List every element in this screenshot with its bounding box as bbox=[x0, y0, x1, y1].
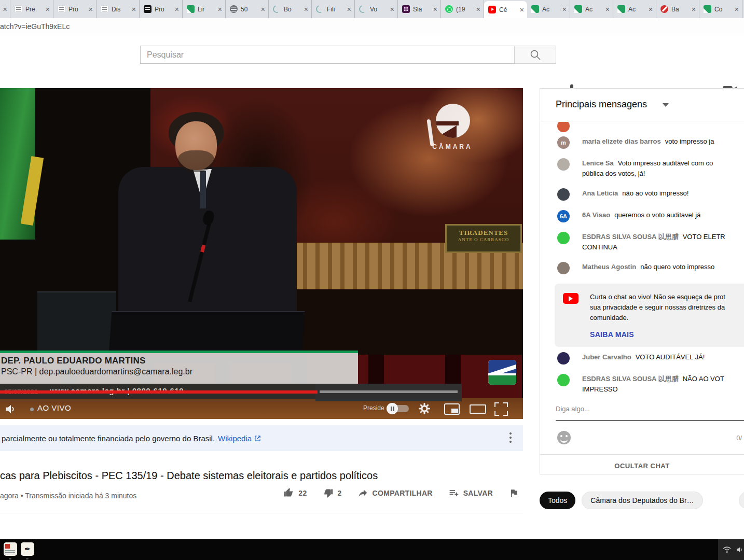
chat-header[interactable]: Principais mensagens bbox=[540, 89, 744, 121]
wikipedia-link[interactable]: Wikipedia bbox=[218, 434, 252, 443]
hide-chat-button[interactable]: OCULTAR CHAT bbox=[540, 462, 744, 470]
chip-todos[interactable]: Todos bbox=[540, 492, 575, 509]
chat-text: não ao voto impresso! bbox=[622, 189, 688, 197]
chip-channel[interactable]: Câmara dos Deputados do Br… bbox=[582, 492, 702, 509]
close-icon[interactable]: × bbox=[46, 6, 50, 13]
close-icon[interactable]: × bbox=[3, 6, 7, 13]
learn-more-link[interactable]: SAIBA MAIS bbox=[590, 330, 725, 339]
search-input[interactable] bbox=[141, 46, 514, 63]
chat-input[interactable] bbox=[556, 405, 727, 413]
chat-message-list[interactable]: m maria elizete dias barrosvoto impresso… bbox=[540, 122, 744, 395]
browser-tab[interactable]: 50× bbox=[226, 0, 269, 18]
tv-camara-logo bbox=[488, 360, 516, 385]
browser-tab[interactable]: Bo× bbox=[269, 0, 312, 18]
chat-author[interactable]: maria elizete dias barros bbox=[582, 137, 661, 145]
browser-tab[interactable]: Pro× bbox=[53, 0, 97, 18]
chat-author[interactable]: Matheus Agostin bbox=[582, 263, 636, 271]
seek-bar-remaining[interactable] bbox=[315, 384, 462, 401]
close-icon[interactable]: × bbox=[692, 6, 696, 13]
chat-author[interactable]: ESDRAS SILVA SOUSA 以思腊 bbox=[582, 233, 679, 241]
chat-author[interactable]: 6A Visao bbox=[582, 211, 610, 219]
chat-filter-label[interactable]: Principais mensagens bbox=[556, 99, 647, 110]
browser-tab[interactable]: Co× bbox=[699, 0, 742, 18]
live-label[interactable]: AO VIVO bbox=[37, 403, 71, 412]
chat-author[interactable]: Lenice Sa bbox=[582, 159, 614, 167]
close-icon[interactable]: × bbox=[304, 6, 308, 13]
search-button[interactable] bbox=[514, 46, 556, 64]
avatar bbox=[557, 158, 570, 171]
speaker-tie bbox=[200, 171, 206, 208]
share-button[interactable]: COMPARTILHAR bbox=[357, 487, 433, 498]
gear-icon bbox=[418, 402, 431, 415]
close-icon[interactable]: × bbox=[520, 6, 524, 13]
browser-tab[interactable]: Dis× bbox=[97, 0, 140, 18]
info-banner-text: parcialmente ou totalmente financiada pe… bbox=[2, 434, 215, 443]
plaque-subtitle: ANTE O CARRASCO bbox=[447, 237, 520, 242]
close-icon[interactable]: × bbox=[89, 6, 93, 13]
close-icon[interactable]: × bbox=[562, 6, 567, 13]
autoplay-toggle-knob[interactable] bbox=[387, 403, 398, 414]
browser-tab[interactable]: Ba× bbox=[656, 0, 699, 18]
avatar: 6A bbox=[557, 210, 570, 222]
dislike-button[interactable]: 2 bbox=[323, 487, 342, 498]
speaker-party-email: PSC-PR | dep.pauloeduardomartins@camara.… bbox=[1, 367, 354, 376]
document-app-icon[interactable] bbox=[4, 542, 17, 556]
video-player[interactable]: TIRADENTES ANTE O CARRASCO CÂMARA DEP. P… bbox=[0, 88, 523, 419]
close-icon[interactable]: × bbox=[261, 6, 265, 13]
browser-tab[interactable]: Lir× bbox=[183, 0, 226, 18]
flag-icon bbox=[508, 488, 519, 498]
emoji-icon[interactable] bbox=[557, 431, 571, 444]
close-icon[interactable]: × bbox=[347, 6, 351, 13]
close-icon[interactable]: × bbox=[605, 6, 610, 13]
browser-tab[interactable]: Sla× bbox=[398, 0, 441, 18]
chat-author[interactable]: Ana Leticia bbox=[582, 189, 618, 197]
close-icon[interactable]: × bbox=[476, 6, 480, 13]
close-icon[interactable]: × bbox=[649, 6, 653, 13]
tab-title: Ac bbox=[542, 6, 559, 13]
browser-tab[interactable]: Ac× bbox=[527, 0, 570, 18]
share-arrow-icon bbox=[357, 487, 368, 498]
search-box[interactable] bbox=[140, 46, 515, 64]
report-button[interactable] bbox=[508, 488, 519, 498]
browser-address-bar[interactable]: atch?v=ieGuTh9xELc bbox=[0, 18, 744, 35]
url-text[interactable]: atch?v=ieGuTh9xELc bbox=[0, 22, 70, 31]
theater-mode-button[interactable] bbox=[470, 404, 486, 414]
settings-button[interactable] bbox=[418, 402, 431, 415]
close-icon[interactable]: × bbox=[735, 6, 739, 13]
info-banner: parcialmente ou totalmente financiada pe… bbox=[0, 425, 523, 451]
seek-bar-progress[interactable] bbox=[0, 390, 318, 394]
app-icon bbox=[144, 5, 151, 13]
close-icon[interactable]: × bbox=[218, 6, 222, 13]
browser-tab[interactable]: × bbox=[0, 0, 10, 18]
browser-tab[interactable]: Pre× bbox=[10, 0, 53, 18]
system-tray[interactable] bbox=[718, 539, 744, 560]
video-meta-section: cas para Plebiscitos - PEC 135/19 - Deba… bbox=[0, 451, 523, 513]
close-icon[interactable]: × bbox=[433, 6, 437, 13]
browser-tab-active[interactable]: Cé× bbox=[484, 1, 527, 18]
painting-plaque: TIRADENTES ANTE O CARRASCO bbox=[445, 224, 522, 253]
save-button[interactable]: SALVAR bbox=[448, 487, 493, 498]
miniplayer-button[interactable] bbox=[444, 403, 460, 415]
camara-logo-notch bbox=[436, 121, 459, 125]
chat-author[interactable]: Juber Carvalho bbox=[582, 353, 631, 361]
close-icon[interactable]: × bbox=[390, 6, 394, 13]
tab-title: Sla bbox=[413, 6, 430, 13]
fullscreen-button[interactable] bbox=[494, 402, 508, 416]
info-banner-menu[interactable] bbox=[509, 432, 512, 444]
writer-app-icon[interactable]: ✒ bbox=[21, 542, 34, 556]
volume-button[interactable] bbox=[4, 402, 18, 416]
browser-tab[interactable]: Vo× bbox=[355, 0, 398, 18]
close-icon[interactable]: × bbox=[132, 6, 136, 13]
like-button[interactable]: 22 bbox=[283, 487, 307, 498]
browser-tab[interactable]: Ac× bbox=[613, 0, 656, 18]
chip-partial[interactable] bbox=[739, 492, 744, 509]
close-icon[interactable]: × bbox=[175, 6, 179, 13]
browser-tab[interactable]: (19× bbox=[441, 0, 484, 18]
chevron-down-icon[interactable] bbox=[663, 103, 669, 107]
autoplay-toggle[interactable] bbox=[388, 405, 409, 412]
chat-author[interactable]: ESDRAS SILVA SOUSA 以思腊 bbox=[582, 375, 679, 383]
browser-tab[interactable]: Ac× bbox=[570, 0, 613, 18]
browser-tab[interactable]: Pro× bbox=[140, 0, 183, 18]
browser-tab[interactable]: Fili× bbox=[312, 0, 355, 18]
chat-text: IMPRESSO bbox=[582, 384, 724, 395]
